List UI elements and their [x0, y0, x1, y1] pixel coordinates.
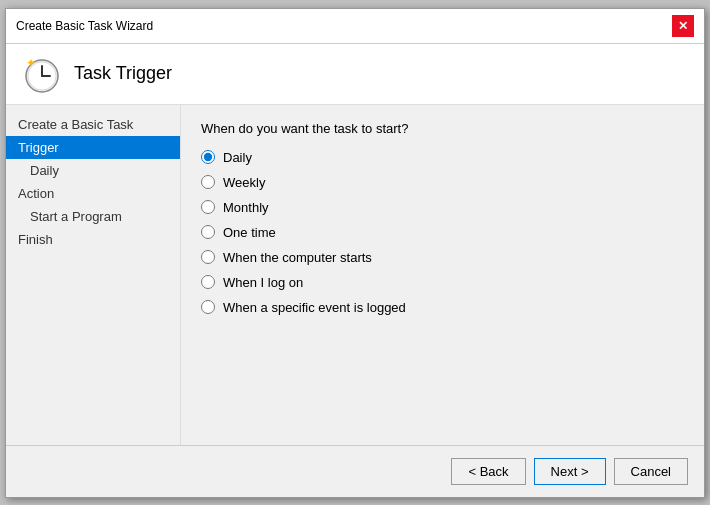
cancel-button[interactable]: Cancel: [614, 458, 688, 485]
sidebar-item-finish[interactable]: Finish: [6, 228, 180, 251]
sidebar-item-start-program[interactable]: Start a Program: [6, 205, 180, 228]
radio-log-on-label: When I log on: [223, 275, 303, 290]
radio-daily-label: Daily: [223, 150, 252, 165]
footer: < Back Next > Cancel: [6, 445, 704, 497]
radio-one-time-input[interactable]: [201, 225, 215, 239]
radio-computer-starts-input[interactable]: [201, 250, 215, 264]
title-bar: Create Basic Task Wizard ✕: [6, 9, 704, 44]
radio-weekly-input[interactable]: [201, 175, 215, 189]
dialog-title: Create Basic Task Wizard: [16, 19, 153, 33]
radio-weekly-label: Weekly: [223, 175, 265, 190]
radio-monthly-input[interactable]: [201, 200, 215, 214]
radio-specific-event[interactable]: When a specific event is logged: [201, 300, 684, 315]
sidebar-item-action[interactable]: Action: [6, 182, 180, 205]
content: Create a Basic Task Trigger Daily Action…: [6, 105, 704, 445]
radio-one-time[interactable]: One time: [201, 225, 684, 240]
header-title: Task Trigger: [74, 63, 172, 84]
sidebar-item-create-basic-task[interactable]: Create a Basic Task: [6, 113, 180, 136]
radio-daily[interactable]: Daily: [201, 150, 684, 165]
header: ✦ Task Trigger: [6, 44, 704, 105]
radio-specific-event-input[interactable]: [201, 300, 215, 314]
radio-one-time-label: One time: [223, 225, 276, 240]
dialog: Create Basic Task Wizard ✕ ✦ Task Trigge…: [5, 8, 705, 498]
header-icon: ✦: [22, 54, 62, 94]
radio-log-on[interactable]: When I log on: [201, 275, 684, 290]
radio-computer-starts-label: When the computer starts: [223, 250, 372, 265]
radio-monthly-label: Monthly: [223, 200, 269, 215]
main-content: When do you want the task to start? Dail…: [181, 105, 704, 445]
back-button[interactable]: < Back: [451, 458, 525, 485]
radio-log-on-input[interactable]: [201, 275, 215, 289]
close-button[interactable]: ✕: [672, 15, 694, 37]
svg-text:✦: ✦: [26, 56, 36, 70]
question-label: When do you want the task to start?: [201, 121, 684, 136]
radio-specific-event-label: When a specific event is logged: [223, 300, 406, 315]
next-button[interactable]: Next >: [534, 458, 606, 485]
sidebar: Create a Basic Task Trigger Daily Action…: [6, 105, 181, 445]
radio-monthly[interactable]: Monthly: [201, 200, 684, 215]
sidebar-item-trigger[interactable]: Trigger: [6, 136, 180, 159]
radio-group: Daily Weekly Monthly One time When the c…: [201, 150, 684, 315]
radio-daily-input[interactable]: [201, 150, 215, 164]
radio-weekly[interactable]: Weekly: [201, 175, 684, 190]
sidebar-item-daily[interactable]: Daily: [6, 159, 180, 182]
radio-computer-starts[interactable]: When the computer starts: [201, 250, 684, 265]
